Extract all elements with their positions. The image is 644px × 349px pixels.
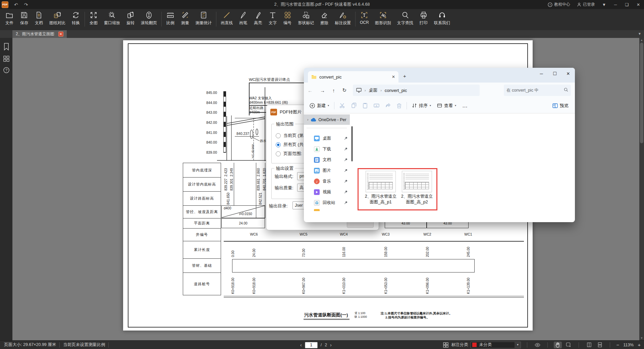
fit-page-button[interactable]: 全图 [86, 9, 101, 26]
scroll-page-button[interactable]: 滚轮翻页 [138, 9, 160, 26]
tab-close-icon[interactable]: ✕ [392, 74, 395, 79]
drawing-compare-button[interactable]: AB图纸对比 [46, 9, 68, 26]
help-circle-icon[interactable]: ? [3, 67, 10, 73]
back-icon[interactable]: ← [308, 88, 313, 93]
zoom-out-button[interactable]: − [616, 342, 619, 348]
measure-button[interactable]: 测量 [178, 9, 193, 26]
page-navigation: ‹ / 2 › [300, 341, 332, 349]
document-tab[interactable]: 2、雨污水管道立面图 ✕ [12, 30, 67, 38]
headset-icon [438, 11, 446, 19]
explorer-minimize-button[interactable]: ─ [535, 68, 548, 79]
shape-markup-button[interactable]: 形状标记 [295, 9, 317, 26]
file-item-p2[interactable]: 2、雨污水管道立 面图_高_p2 [399, 171, 435, 205]
zoom-in-button[interactable]: + [638, 342, 641, 348]
close-button[interactable]: ✕ [633, 0, 644, 9]
scrollbar-thumb[interactable] [640, 43, 643, 143]
file-button[interactable]: 文件 [2, 9, 17, 26]
measure-stats-button[interactable]: 测量统计 [193, 9, 215, 26]
prev-page-icon[interactable]: ‹ [300, 342, 302, 348]
explorer-maximize-button[interactable]: ☐ [548, 68, 561, 79]
scroll-up-icon[interactable]: ▲ [639, 39, 644, 42]
rename-icon[interactable]: A [371, 103, 382, 108]
sidebar-scrollbar[interactable] [351, 126, 353, 161]
text-search-button[interactable]: 文字查找 [394, 9, 416, 26]
explorer-search-box[interactable]: 在 convert_pic 中 [504, 85, 571, 96]
sidebar-item-recycle-bin[interactable]: ♻ 回收站 [304, 198, 353, 208]
graphic-recognition-button[interactable]: 图形识别 [372, 9, 394, 26]
forward-icon[interactable]: → [320, 88, 325, 93]
refresh-icon[interactable]: ↻ [342, 87, 347, 93]
tab-close-icon[interactable]: ✕ [58, 32, 63, 37]
single-page-view-button[interactable] [585, 342, 593, 348]
thumbnail-grid-icon[interactable] [3, 55, 10, 62]
radio-all-pages[interactable]: 所有页 (共 [276, 142, 304, 148]
view-button[interactable]: 查看▾ [434, 103, 459, 109]
cumulative-length: 116.00 [342, 247, 346, 257]
share-icon[interactable] [382, 103, 394, 108]
breadcrumb[interactable]: › 桌面 › convert_pic [353, 85, 480, 96]
pictures-icon [314, 168, 320, 173]
annotation-settings-button[interactable]: 标注设置 [332, 9, 354, 26]
file-item-p1[interactable]: 2、雨污水管道立 面图_高_p1 [363, 171, 398, 205]
more-options-icon[interactable]: … [459, 103, 471, 109]
sidebar-item-pictures[interactable]: 图片 [304, 165, 353, 176]
explorer-close-button[interactable]: ✕ [561, 68, 575, 79]
select-region-button[interactable] [565, 342, 573, 348]
print-button[interactable]: 打印 [416, 9, 431, 26]
new-tab-icon[interactable]: + [403, 73, 406, 79]
new-button[interactable]: 新建▾ [307, 103, 332, 109]
page-number-input[interactable] [305, 342, 318, 348]
radio-page-range[interactable]: 页面范围: [276, 151, 302, 157]
sidebar-item-onedrive[interactable]: › OneDrive - Per [304, 114, 350, 125]
scroll-down-icon[interactable]: ▼ [639, 337, 644, 340]
bookmark-icon[interactable] [3, 43, 10, 51]
vertical-scrollbar[interactable]: ▲ ▼ [639, 38, 644, 340]
erase-button[interactable]: 擦除 [317, 9, 332, 26]
redo-icon[interactable]: ↷ [24, 2, 28, 7]
folder-icon [311, 74, 317, 79]
breadcrumb-desktop[interactable]: 桌面 [369, 87, 377, 93]
sort-button[interactable]: 排序▾ [409, 103, 434, 109]
save-button[interactable]: 保存 [17, 9, 32, 26]
copy-icon[interactable] [348, 103, 360, 108]
visibility-toggle[interactable] [533, 342, 541, 348]
highlight-button[interactable]: 高亮 [251, 9, 265, 26]
convert-button[interactable]: 转换 [68, 9, 83, 26]
undo-icon[interactable]: ↶ [14, 2, 18, 7]
up-icon[interactable]: ↑ [332, 88, 335, 93]
save-icon [20, 11, 28, 19]
window-zoom-button[interactable]: 窗口缩放 [101, 9, 123, 26]
numbering-button[interactable]: 1234编号 [280, 9, 295, 26]
delete-icon[interactable] [394, 103, 405, 108]
next-page-icon[interactable]: › [330, 342, 332, 348]
sidebar-item-videos[interactable]: 视频 [304, 187, 353, 197]
contact-us-button[interactable]: 联系我们 [431, 9, 453, 26]
continuous-view-button[interactable] [596, 342, 604, 348]
rotate-button[interactable]: 旋转 [123, 9, 138, 26]
ruler-icon [166, 11, 174, 19]
sidebar-item-music[interactable]: ♪ 音乐 [304, 176, 353, 187]
draw-line-button[interactable]: 画直线 [218, 9, 236, 26]
maximize-button[interactable]: ❏ [621, 0, 633, 9]
pen-button[interactable]: 画笔 [236, 9, 251, 26]
sidebar-item-downloads[interactable]: 下载 [304, 144, 353, 154]
hand-tool-button[interactable] [554, 342, 562, 348]
tutorial-center-button[interactable]: ? 教程中心 [544, 0, 574, 9]
radio-current-page[interactable]: 当前页 (第 [276, 133, 304, 139]
preview-toggle-button[interactable]: 预览 [549, 103, 572, 109]
cut-icon[interactable] [336, 103, 348, 108]
explorer-tab[interactable]: convert_pic ✕ [308, 71, 398, 83]
text-button[interactable]: 文字 [265, 9, 280, 26]
tab-list-chevron-icon[interactable]: ▼ [638, 32, 641, 36]
document-button[interactable]: 文档 [32, 9, 46, 26]
sidebar-item-desktop[interactable]: 桌面 [304, 133, 353, 144]
minimize-button[interactable]: ─ [610, 0, 621, 9]
paste-icon[interactable] [360, 103, 371, 108]
sidebar-item-documents[interactable]: 文档 [304, 155, 353, 165]
scale-button[interactable]: 比例 [163, 9, 178, 26]
breadcrumb-folder[interactable]: convert_pic [385, 88, 407, 93]
ocr-button[interactable]: OCR [357, 9, 372, 25]
annotation-filter-dropdown[interactable]: 未分类 ▼ [471, 342, 521, 348]
login-status-button[interactable]: 已登录 [574, 0, 598, 9]
menu-dropdown-button[interactable]: ▼ [598, 0, 610, 9]
